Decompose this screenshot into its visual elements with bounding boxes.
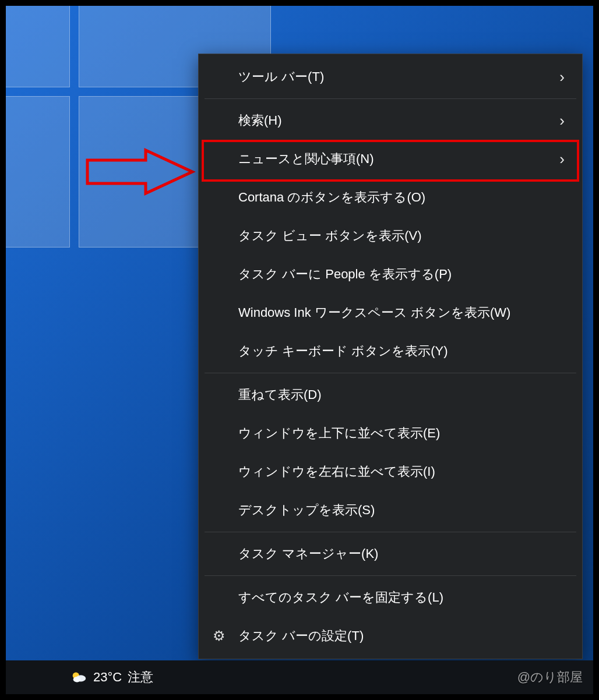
gear-icon: ⚙ — [213, 628, 225, 644]
weather-status-text: 注意 — [128, 669, 153, 686]
menu-divider — [205, 98, 576, 99]
menu-item-label: デスクトップを表示(S) — [238, 501, 565, 519]
menu-item-windows-ink[interactable]: Windows Ink ワークスペース ボタンを表示(W) — [199, 294, 582, 332]
menu-item-task-view-button[interactable]: タスク ビュー ボタンを表示(V) — [199, 217, 582, 255]
menu-item-cortana-button[interactable]: Cortana のボタンを表示する(O) — [199, 178, 582, 217]
taskbar-weather-widget[interactable]: 23°C 注意 — [70, 669, 153, 686]
chevron-right-icon: › — [559, 112, 565, 130]
menu-item-label: ウィンドウを上下に並べて表示(E) — [238, 425, 565, 442]
menu-divider — [205, 373, 576, 373]
menu-item-stacked[interactable]: ウィンドウを上下に並べて表示(E) — [199, 414, 582, 452]
weather-icon — [70, 669, 87, 686]
menu-item-side-by-side[interactable]: ウィンドウを左右に並べて表示(I) — [199, 452, 582, 491]
menu-item-label: ウィンドウを左右に並べて表示(I) — [238, 463, 565, 480]
taskbar[interactable]: 23°C 注意 — [6, 660, 593, 694]
menu-item-label: タスク ビュー ボタンを表示(V) — [238, 227, 565, 245]
weather-temperature: 23°C — [93, 670, 122, 685]
menu-item-label: ツール バー(T) — [238, 68, 559, 86]
screenshot-frame: ツール バー(T) › 検索(H) › ニュースと関心事項(N) › Corta… — [5, 5, 594, 695]
menu-item-news-interests[interactable]: ニュースと関心事項(N) › — [199, 140, 582, 178]
menu-item-lock-taskbars[interactable]: すべてのタスク バーを固定する(L) — [199, 578, 582, 617]
menu-item-people[interactable]: タスク バーに People を表示する(P) — [199, 255, 582, 294]
menu-item-label: タッチ キーボード ボタンを表示(Y) — [238, 342, 565, 360]
menu-item-toolbars[interactable]: ツール バー(T) › — [199, 58, 582, 96]
taskbar-context-menu: ツール バー(T) › 検索(H) › ニュースと関心事項(N) › Corta… — [198, 54, 583, 659]
menu-item-label: 重ねて表示(D) — [238, 386, 565, 404]
svg-point-2 — [73, 677, 81, 682]
menu-item-label: タスク バーの設定(T) — [238, 627, 565, 645]
menu-item-label: タスク バーに People を表示する(P) — [238, 266, 565, 283]
menu-item-search[interactable]: 検索(H) › — [199, 101, 582, 140]
menu-divider — [205, 575, 576, 576]
menu-item-label: 検索(H) — [238, 112, 559, 129]
annotation-arrow — [82, 146, 198, 198]
menu-divider — [205, 532, 576, 532]
chevron-right-icon: › — [559, 68, 565, 86]
menu-item-cascade[interactable]: 重ねて表示(D) — [199, 376, 582, 414]
menu-item-touch-keyboard[interactable]: タッチ キーボード ボタンを表示(Y) — [199, 332, 582, 370]
menu-item-task-manager[interactable]: タスク マネージャー(K) — [199, 535, 582, 573]
menu-item-label: すべてのタスク バーを固定する(L) — [238, 589, 565, 606]
menu-item-label: タスク マネージャー(K) — [238, 545, 565, 563]
menu-item-label: ニュースと関心事項(N) — [238, 150, 559, 168]
menu-item-show-desktop[interactable]: デスクトップを表示(S) — [199, 491, 582, 529]
watermark-text: @のり部屋 — [517, 669, 583, 686]
menu-item-label: Cortana のボタンを表示する(O) — [238, 189, 565, 206]
menu-item-label: Windows Ink ワークスペース ボタンを表示(W) — [238, 304, 565, 321]
chevron-right-icon: › — [559, 150, 565, 168]
menu-item-taskbar-settings[interactable]: ⚙ タスク バーの設定(T) — [199, 617, 582, 655]
